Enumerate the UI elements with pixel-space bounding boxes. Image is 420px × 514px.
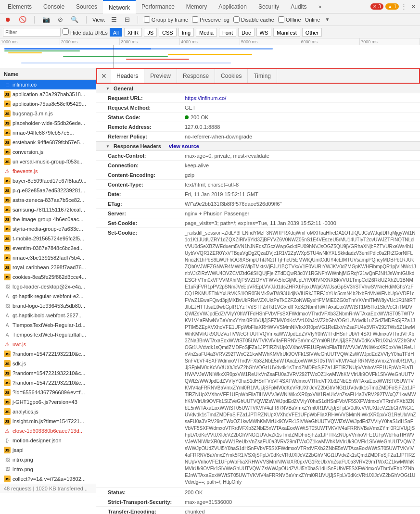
subtab-preview[interactable]: Preview [144,69,177,83]
list-item[interactable]: ⚠ close-1d603380b6caee713d... [0,426,96,436]
group-by-frame-checkbox[interactable] [144,16,150,23]
list-item[interactable]: JS ?id=655644367796689&ev=f... [0,388,96,397]
offline-checkbox[interactable] [278,16,284,23]
filter-tag-font[interactable]: Font [219,28,236,37]
filter-tag-ws[interactable]: WS [256,28,272,37]
filter-tag-all[interactable]: All [110,28,122,37]
offline-label[interactable]: Offline [278,16,301,23]
list-item[interactable]: ◻ infinum.co [0,80,96,89]
filter-button[interactable]: ⊘ [56,15,65,24]
list-item[interactable]: ⚠ fbevents.js [0,166,96,176]
list-item[interactable]: JS insight.min.js?time=1547221... [0,416,96,426]
list-item[interactable]: JS royal-caribbean-2398f7aad76... [0,263,96,272]
list-item[interactable]: JS collect?v=1& v=i72&a=19802... [0,474,96,484]
list-item[interactable]: {} motion-designer.json [0,436,96,445]
tab-performance[interactable]: Performance [136,0,180,13]
view-source-link[interactable]: view source [169,143,199,149]
list-item[interactable]: A gt-haptik-bold-webfont-2627... [0,311,96,320]
list-item[interactable]: JS astra-zeneca-837aa7b5ce82... [0,195,96,205]
list-item[interactable]: 🖼 logo-loader-desktop@2x-e4a... [0,282,96,291]
js-icon: JS [4,274,11,280]
tab-overflow[interactable]: » [313,0,328,13]
group-by-frame-label[interactable]: Group by frame [144,16,188,23]
view-detail-button[interactable]: ⊟ [123,15,132,24]
list-item[interactable]: JS styria-media-group-e7a633c... [0,224,96,234]
screenshot-button[interactable]: 📷 [40,15,52,24]
subtab-response[interactable]: Response [177,69,215,83]
list-item[interactable]: JS eventim-0387e7848c6bc2ed... [0,243,96,253]
search-button[interactable]: 🔍 [69,15,80,24]
list-item[interactable]: JS t-mobile-291565724e95fc2f5... [0,234,96,243]
list-item[interactable]: JS conversion.js [0,147,96,157]
general-section-header[interactable]: General [96,84,420,93]
tab-security[interactable]: Security [253,0,285,13]
subtab-cookies[interactable]: Cookies [215,69,248,83]
hide-data-urls-label[interactable]: Hide data URLs [63,28,108,36]
list-item[interactable]: JS rimac-c3be1391582fadf75b4... [0,253,96,263]
list-item[interactable]: JS universal-music-group-f053c... [0,157,96,166]
list-item[interactable]: 🖼 brand-logo-1e936453a5db80... [0,301,96,311]
filter-tag-doc[interactable]: Doc [238,28,255,37]
filter-tag-media[interactable]: Media [196,28,217,37]
list-item[interactable]: JS bayer-8e509faed17e67f8faa9... [0,176,96,186]
list-item[interactable]: JS erstebank-94ffe6879fcb57e5... [0,138,96,147]
error-badge: ✕ 3 [370,3,383,10]
list-item[interactable]: JS ?random=1547221932210&c... [0,368,96,378]
list-item[interactable]: JS bugsnag-3.min.js [0,109,96,118]
list-item[interactable]: JS analytics.js [0,407,96,416]
list-item[interactable]: JS placeholder-wide-55db26ede... [0,118,96,128]
list-item[interactable]: JS ?random=1547221932210&c... [0,349,96,359]
filter-input[interactable] [3,28,61,37]
preserve-log-checkbox[interactable] [192,16,198,23]
list-item[interactable]: 🖼 intro.png [0,455,96,464]
list-item[interactable]: 🖼 intro.png [0,464,96,474]
record-button[interactable]: ⏺ [3,15,13,24]
filter-tag-xhr[interactable]: XHR [124,28,142,37]
list-item[interactable]: JS sdk.js [0,359,96,368]
hide-data-urls-checkbox[interactable] [63,28,69,35]
list-item[interactable]: JS jsapi [0,445,96,455]
list-item[interactable]: JS rimac-94ffe6879fcb57e5... [0,128,96,138]
list-item[interactable]: JS application-a70a297bab3518... [0,89,96,99]
view-list-button[interactable]: ☰ [109,15,119,24]
close-devtools-button[interactable]: ✕ [409,2,418,11]
list-item[interactable]: JS ?random=1547221932210&c... [0,378,96,388]
file-name: ?random=1547221932210&c... [13,380,94,386]
tab-console[interactable]: Console [38,0,70,13]
filter-tag-css[interactable]: CSS [159,28,177,37]
list-item[interactable]: A TiemposTextWeb-Regular-1d... [0,320,96,330]
disable-cache-label[interactable]: Disable cache [233,16,274,23]
list-item[interactable]: JS cookies-8ea5fe25f862d3cce4... [0,272,96,282]
filter-tag-js[interactable]: JS [144,28,157,37]
clear-button[interactable]: 🚫 [17,15,28,24]
font-icon: A [4,312,11,319]
tab-elements[interactable]: Elements [2,0,38,13]
subtab-headers[interactable]: Headers [111,69,144,83]
tab-sources[interactable]: Sources [70,0,103,13]
detail-row-method: Request Method: GET [96,103,420,113]
tab-application[interactable]: Application [213,0,253,13]
filter-tag-other[interactable]: Other [302,28,322,37]
list-item[interactable]: JS samsung-78f111511672fccaf... [0,205,96,214]
file-list: Name ◻ infinum.co JS application-a70a297… [0,68,96,514]
tab-memory[interactable]: Memory [180,0,213,13]
list-item[interactable]: A gt-haptik-regular-webfont-e2... [0,291,96,301]
preserve-log-label[interactable]: Preserve log [192,16,229,23]
disable-cache-checkbox[interactable] [233,16,240,23]
list-item[interactable]: JS the-image-group-4b6ec0aac... [0,214,96,224]
list-item[interactable]: A TiemposTextWeb-RegularItali... [0,330,96,339]
list-item[interactable]: JS p-g-e82e85aa7ed532239281... [0,186,96,195]
filter-tag-manifest[interactable]: Manifest [273,28,300,37]
response-headers-section-header[interactable]: Response Headers view source [96,141,420,151]
settings-button[interactable]: ⋮ [399,2,409,11]
tab-audits[interactable]: Audits [285,0,312,13]
detail-close-button[interactable]: ✕ [97,69,111,83]
js-icon: JS [4,177,11,184]
list-item[interactable]: JS application-75aa8c58cf05429... [0,99,96,109]
file-name: intro.png [13,466,94,472]
tab-network[interactable]: Network [103,0,136,13]
subtab-timing[interactable]: Timing [248,69,277,83]
filter-tag-img[interactable]: Img [178,28,194,37]
list-item[interactable]: JS j-GHT1gpo6-.js?version=43 [0,397,96,407]
list-item[interactable]: ⚠ uwt.js [0,339,96,349]
